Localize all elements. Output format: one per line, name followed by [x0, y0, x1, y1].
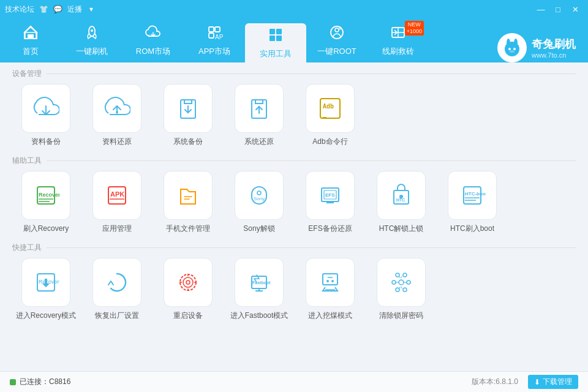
fastboot-icon-box: Fastboot [235, 258, 284, 307]
download-button[interactable]: ⬇ 下载管理 [528, 375, 578, 389]
nav-rescue[interactable]: NEW+1000 线刷救砖 [368, 18, 429, 62]
svg-text:Adb: Adb [323, 103, 334, 110]
sys-restore-icon-box [235, 84, 284, 133]
rescue-label: 线刷救砖 [382, 46, 414, 57]
nav-rom[interactable]: ROM市场 [123, 18, 184, 62]
svg-rect-2 [29, 35, 32, 39]
rocket-icon [83, 24, 100, 43]
tool-reboot[interactable]: 重启设备 [154, 258, 222, 321]
clear-label: 清除锁屏密码 [379, 311, 423, 321]
excavate-icon-box [306, 258, 355, 307]
tool-recovery[interactable]: Recovery 刷入Recovery [12, 171, 80, 234]
svg-text:_: _ [323, 110, 327, 118]
window-controls: — □ ✕ [533, 3, 583, 15]
tool-apk-mgmt[interactable]: APK 应用管理 [83, 171, 151, 234]
nav-app[interactable]: APP APP市场 [184, 18, 245, 62]
svg-point-51 [326, 280, 329, 282]
tool-sys-backup[interactable]: 系统备份 [154, 84, 222, 147]
tool-sony[interactable]: Sony Sony解锁 [225, 171, 293, 234]
tool-data-backup[interactable]: 资料备份 [12, 84, 80, 147]
excavate-label: 进入挖煤模式 [308, 311, 352, 321]
reboot-icon-box [164, 258, 213, 307]
device-tools-grid: 资料备份 资料还原 [12, 84, 576, 147]
svg-point-58 [396, 288, 399, 292]
svg-point-53 [399, 280, 404, 285]
navbar: 首页 一键刷机 ROM市场 APP [0, 18, 588, 62]
htc-label: HTC解锁上锁 [379, 224, 424, 234]
section-quick-tools: 快捷工具 Recovery 进入Recovery模式 [12, 243, 576, 321]
svg-rect-9 [270, 29, 275, 34]
home-label: 首页 [23, 46, 39, 57]
maximize-button[interactable]: □ [550, 3, 566, 15]
efs-label: EFS备份还原 [308, 224, 352, 234]
svg-point-20 [513, 48, 516, 50]
clear-icon-box [377, 258, 426, 307]
section-title-aux: 辅助工具 [12, 156, 576, 166]
svg-point-17 [507, 39, 510, 47]
tool-enter-recovery[interactable]: Recovery 进入Recovery模式 [12, 258, 80, 321]
htc-icon-box: HTC [377, 171, 426, 220]
efs-icon-box: EFS [306, 171, 355, 220]
data-restore-icon-box [92, 84, 141, 133]
svg-text:Fastboot: Fastboot [252, 281, 271, 285]
logo-title: 奇兔刷机 [532, 37, 576, 51]
svg-point-47 [186, 281, 190, 284]
version-label: 版本本:6.8.1.0 [472, 377, 518, 387]
svg-rect-10 [276, 29, 282, 34]
tool-excavate[interactable]: 进入挖煤模式 [296, 258, 364, 321]
status-left: 已连接：C8816 [10, 377, 70, 387]
apk-label: 应用管理 [102, 224, 132, 234]
svg-point-52 [331, 280, 334, 282]
svg-text:EFS: EFS [325, 192, 335, 198]
logo-text: 奇兔刷机 www.7to.cn [532, 37, 576, 59]
chat-icon[interactable]: 💬 [53, 5, 62, 13]
svg-text:Sony: Sony [254, 196, 265, 202]
tool-file-mgmt[interactable]: 手机文件管理 [154, 171, 222, 234]
nav-root[interactable]: 一键ROOT [306, 18, 368, 62]
section-device-mgmt: 设备管理 资料备份 [12, 69, 576, 147]
tool-sys-restore[interactable]: 系统还原 [225, 84, 293, 147]
data-restore-label: 资料还原 [102, 137, 132, 147]
tool-data-restore[interactable]: 资料还原 [83, 84, 151, 147]
nav-home[interactable]: 首页 [0, 18, 61, 62]
tool-efs[interactable]: EFS EFS备份还原 [296, 171, 364, 234]
shirt-icon[interactable]: 👕 [39, 5, 48, 13]
svg-text:APP: APP [215, 34, 223, 40]
tool-factory-reset[interactable]: 恢复出厂设置 [83, 258, 151, 321]
root-icon [328, 24, 345, 43]
tool-fastboot[interactable]: Fastboot 进入Fastboot模式 [225, 258, 293, 321]
close-button[interactable]: ✕ [567, 3, 583, 15]
nav-flash[interactable]: 一键刷机 [61, 18, 123, 62]
logo-url: www.7to.cn [532, 51, 576, 59]
user-icon[interactable]: ▾ [89, 5, 93, 13]
svg-rect-6 [215, 27, 220, 32]
tool-clear-lock[interactable]: 清除锁屏密码 [368, 258, 435, 321]
svg-point-55 [407, 281, 410, 284]
minimize-button[interactable]: — [533, 3, 549, 15]
file-icon-box [164, 171, 213, 220]
tool-adb[interactable]: Adb _ Adb命令行 [296, 84, 364, 147]
recovery-label: 刷入Recovery [23, 224, 69, 234]
svg-point-46 [183, 277, 193, 287]
tool-htc-unlock[interactable]: HTC HTC解锁上锁 [368, 171, 435, 234]
svg-point-54 [392, 281, 396, 284]
aux-tools-grid: Recovery 刷入Recovery APK 应用管理 [12, 171, 576, 234]
tool-htc-boot[interactable]: HTC-boot HTC刷入boot [439, 171, 506, 234]
nav-tools[interactable]: 实用工具 [245, 23, 306, 62]
sys-backup-icon-box [164, 84, 213, 133]
connection-status: 已连接：C8816 [20, 377, 70, 387]
svg-point-22 [116, 111, 118, 113]
svg-rect-0 [23, 25, 24, 26]
svg-text:APK: APK [110, 190, 124, 198]
reboot-label: 重启设备 [173, 311, 203, 321]
quick-tools-grid: Recovery 进入Recovery模式 恢复出厂设置 [12, 258, 576, 321]
enter-recovery-icon-box: Recovery [21, 258, 70, 307]
sony-label: Sony解锁 [243, 224, 274, 234]
forum-link[interactable]: 技术论坛 [5, 4, 34, 15]
broadcast-link[interactable]: 近播 [67, 4, 82, 15]
recovery-icon-box: Recovery [21, 171, 70, 220]
section-aux-tools: 辅助工具 Recovery 刷入Recovery AP [12, 156, 576, 234]
sys-backup-label: 系统备份 [173, 137, 203, 147]
flash-label: 一键刷机 [76, 46, 108, 57]
file-label: 手机文件管理 [166, 224, 210, 234]
